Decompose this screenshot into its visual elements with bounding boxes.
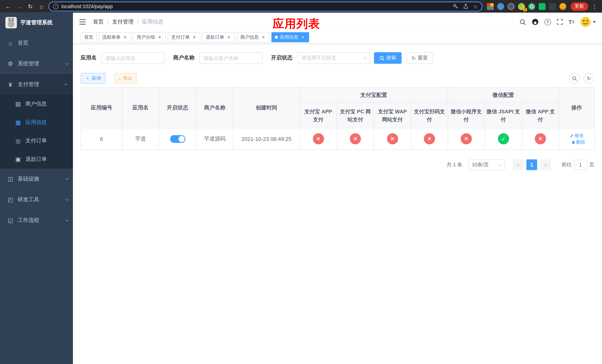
app-name-input[interactable] — [101, 52, 165, 64]
total-count: 共 1 条 — [447, 161, 462, 168]
sidebar-item-app-info[interactable]: ▦ 应用信息 — [0, 113, 73, 132]
hide-search-button[interactable] — [569, 73, 580, 84]
tab-user-group[interactable]: 用户分组 × — [133, 32, 166, 42]
goto-page: 前往 页 — [562, 160, 594, 170]
goto-page-input[interactable] — [574, 160, 587, 170]
breadcrumb-payment[interactable]: 支付管理 — [112, 19, 133, 25]
extension-icon-1[interactable]: 10 — [487, 3, 494, 10]
refresh-icon: ↻ — [411, 55, 416, 61]
browser-back-icon[interactable]: ← — [4, 3, 12, 10]
tab-label: 用户分组 — [137, 34, 155, 41]
chevron-down-icon — [65, 218, 69, 222]
sidebar-item-home[interactable]: ⌂ 首页 — [0, 32, 73, 53]
tab-refund-orders[interactable]: 退款订单 × — [202, 32, 235, 42]
extension-icon-2[interactable] — [497, 3, 504, 10]
app-table: 应用编号 应用名 开启状态 商户名称 创建时间 支付宝配置 微信配置 操作 支付… — [81, 87, 595, 150]
page-size-select[interactable]: 10条/页 — [468, 160, 505, 170]
edit-link[interactable]: 修改 — [570, 132, 584, 139]
extension-icon-4[interactable]: 1 — [518, 3, 525, 10]
col-alipay-wap: 支付宝 WAP 网站支付 — [374, 103, 411, 128]
delete-link-label: 删除 — [576, 139, 585, 145]
wechat-app-status-icon — [535, 133, 546, 144]
tab-merchant-info[interactable]: 商户信息 × — [237, 32, 269, 42]
sidebar-item-label: 基础设施 — [18, 175, 39, 182]
delete-link[interactable]: 删除 — [571, 139, 585, 145]
merchant-name-input[interactable] — [199, 52, 262, 64]
browser-update-button[interactable]: 更新 — [570, 2, 588, 11]
breadcrumb-home[interactable]: 首页 — [93, 19, 104, 25]
address-bar[interactable]: i localhost:1024/pay/app ☆ — [48, 1, 483, 11]
sidebar-item-refund-orders[interactable]: ▣ 退款订单 — [0, 150, 73, 169]
font-size-icon[interactable]: TT — [569, 19, 574, 25]
alipay-wap-status-icon — [387, 133, 398, 144]
hamburger-icon[interactable] — [79, 18, 87, 26]
browser-forward-icon[interactable]: → — [15, 3, 23, 10]
add-button[interactable]: ＋ 新增 — [81, 73, 106, 84]
search-icon[interactable] — [519, 19, 526, 25]
col-actions: 操作 — [559, 87, 595, 128]
extension-icon-8[interactable] — [559, 3, 566, 10]
wechat-jsapi-status-icon — [498, 133, 509, 144]
tab-close-icon[interactable]: × — [157, 35, 162, 40]
extension-icon-6[interactable] — [539, 3, 546, 10]
tab-close-icon[interactable]: × — [261, 35, 266, 40]
cell-app-name: 芋道 — [122, 128, 159, 150]
github-icon[interactable] — [532, 19, 538, 25]
help-icon[interactable]: ? — [544, 19, 551, 25]
tab-home[interactable]: 首页 — [81, 32, 97, 42]
sidebar-item-workflow[interactable]: ◱ 工作流程 — [0, 210, 73, 231]
refresh-table-button[interactable]: ↻ — [583, 73, 594, 84]
infrastructure-icon: ◫ — [7, 175, 14, 182]
sidebar-item-dev-tools[interactable]: ◰ 研发工具 — [0, 189, 73, 210]
search-button[interactable]: 搜索 — [374, 52, 401, 64]
tools-icon: ◰ — [7, 196, 14, 203]
browser-reload-icon[interactable]: ↻ — [26, 3, 35, 10]
cell-status — [159, 128, 196, 150]
extension-icon-7[interactable] — [549, 3, 556, 10]
alipay-qr-status-icon — [424, 133, 435, 144]
extension-icon-5[interactable] — [528, 3, 535, 10]
extension-icon-3[interactable] — [508, 3, 515, 10]
export-button-label: 导出 — [123, 75, 132, 81]
tab-payment-orders[interactable]: 支付订单 × — [168, 32, 200, 42]
tab-close-icon[interactable]: × — [226, 35, 232, 40]
tab-close-icon[interactable]: × — [300, 35, 306, 40]
active-dot — [275, 36, 278, 39]
status-toggle[interactable] — [170, 135, 185, 143]
sidebar-item-merchant-info[interactable]: ▤ 商户信息 — [0, 95, 73, 113]
browser-menu-icon[interactable]: ⋮ — [591, 3, 598, 10]
browser-chrome: ← → ↻ ⌂ i localhost:1024/pay/app ☆ 10 — [0, 0, 602, 13]
browser-home-icon[interactable]: ⌂ — [37, 3, 46, 10]
next-page-button[interactable]: › — [540, 160, 551, 170]
fullscreen-icon[interactable] — [557, 19, 563, 25]
current-page-button[interactable]: 1 — [526, 160, 537, 170]
tab-close-icon[interactable]: × — [192, 35, 197, 40]
dashboard-icon: ⌂ — [7, 40, 14, 46]
prev-page-button[interactable]: ‹ — [513, 160, 523, 170]
sidebar-item-infrastructure[interactable]: ◫ 基础设施 — [0, 169, 73, 189]
sidebar-item-payment[interactable]: ¥ 支付管理 — [0, 74, 73, 95]
export-button[interactable]: ↓ 导出 — [114, 73, 137, 84]
gear-icon: ⚙ — [7, 60, 14, 67]
col-created: 创建时间 — [233, 87, 300, 128]
reset-button[interactable]: ↻ 重置 — [406, 52, 433, 64]
breadcrumb-separator: / — [107, 19, 109, 25]
merchant-name-label: 商户名称 — [173, 55, 194, 62]
sidebar-item-system[interactable]: ⚙ 系统管理 — [0, 53, 73, 74]
cell-created: 2021-10-23 08:49:25 — [233, 128, 300, 150]
tab-close-icon[interactable]: × — [123, 35, 128, 40]
yen-icon: ¥ — [7, 81, 14, 88]
tab-app-info[interactable]: 应用信息 × — [271, 32, 309, 42]
bookmark-star-icon[interactable]: ☆ — [473, 3, 478, 10]
share-icon[interactable] — [463, 3, 469, 9]
status-select[interactable]: 请选择开启状态 — [297, 52, 370, 64]
tab-process-form[interactable]: 流程表单 × — [99, 32, 131, 42]
navbar-actions: ? TT — [519, 16, 596, 27]
site-info-icon[interactable]: i — [53, 4, 58, 9]
app-logo[interactable]: 芋道管理系统 — [0, 13, 73, 32]
table-tools: ↻ — [569, 73, 594, 84]
user-menu[interactable] — [580, 16, 596, 27]
sidebar-item-payment-orders[interactable]: ◎ 支付订单 — [0, 132, 73, 150]
sidebar-item-label: 研发工具 — [18, 196, 39, 203]
password-key-icon[interactable] — [453, 3, 459, 9]
